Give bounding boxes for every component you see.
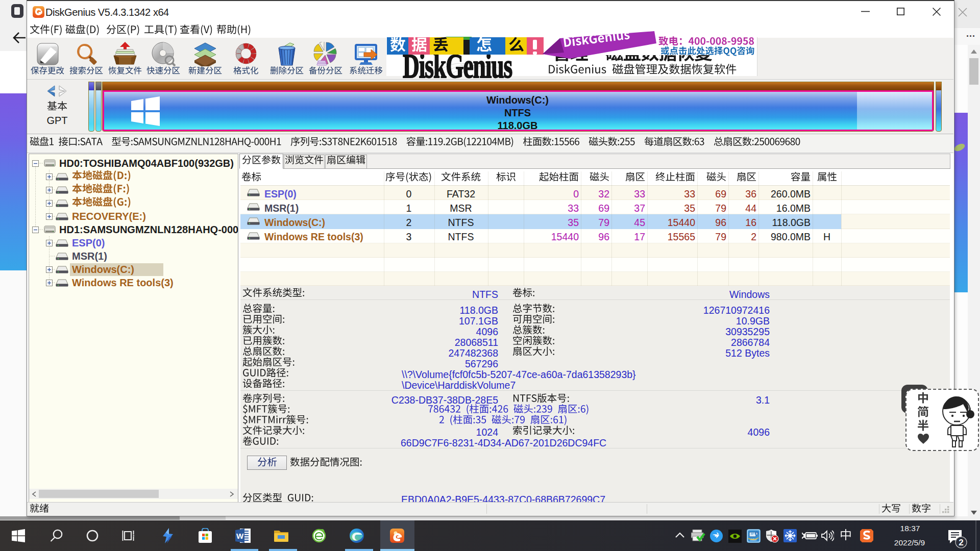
svg-text:B: B [756, 532, 758, 535]
svg-text:W: W [236, 532, 244, 540]
svg-text:2: 2 [959, 538, 963, 547]
